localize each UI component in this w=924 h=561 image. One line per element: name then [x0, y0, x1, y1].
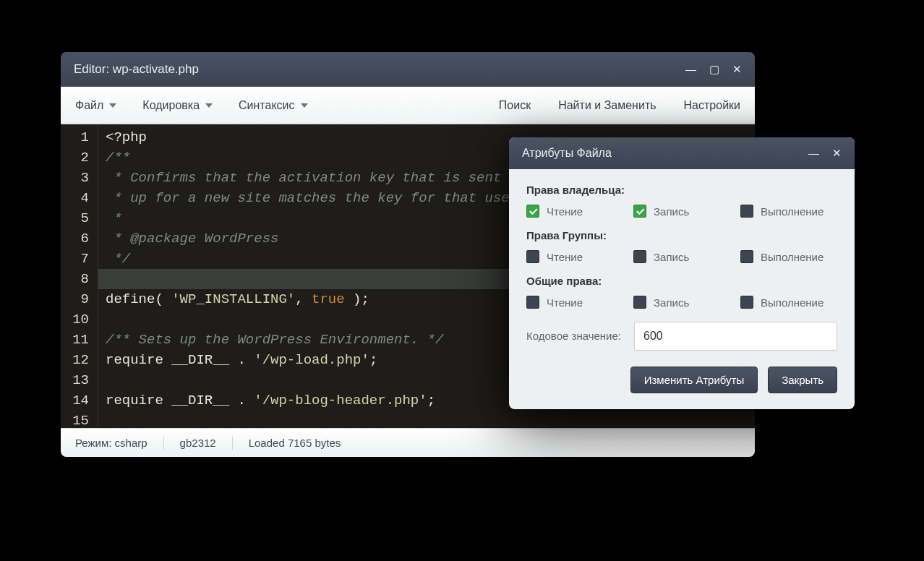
checkbox-icon: [526, 205, 539, 218]
close-icon[interactable]: ✕: [732, 63, 742, 76]
status-encoding: gb2312: [180, 437, 216, 449]
window-controls: — ▢ ✕: [685, 63, 742, 76]
line-number: 5: [67, 208, 89, 228]
menu-label: Файл: [75, 99, 103, 112]
permission-label: Выполнение: [761, 205, 824, 218]
divider: [232, 437, 233, 450]
line-number: 2: [67, 147, 89, 168]
permission-checkbox-чтение[interactable]: Чтение: [526, 296, 633, 309]
permission-checkbox-выполнение[interactable]: Выполнение: [740, 250, 847, 263]
permission-checkbox-выполнение[interactable]: Выполнение: [740, 205, 847, 218]
editor-titlebar: Editor: wp-activate.php — ▢ ✕: [61, 52, 755, 87]
permission-section-title: Общие права:: [526, 275, 837, 287]
maximize-icon[interactable]: ▢: [709, 63, 719, 76]
chevron-down-icon: [205, 103, 213, 108]
status-loaded: Loaded 7165 bytes: [249, 437, 341, 449]
menu-кодировка[interactable]: Кодировка: [142, 99, 213, 112]
permission-section: Права владельца:ЧтениеЗаписьВыполнение: [526, 184, 837, 218]
line-gutter: 123456789101112131415: [61, 124, 98, 428]
line-number: 4: [67, 188, 89, 208]
line-number: 10: [67, 309, 89, 330]
menu-label: Синтаксис: [239, 99, 295, 112]
chevron-down-icon: [109, 103, 116, 108]
chevron-down-icon: [301, 103, 308, 108]
permission-checkbox-запись[interactable]: Запись: [633, 296, 740, 309]
permission-label: Запись: [654, 251, 689, 263]
permission-section-title: Права Группы:: [526, 229, 837, 241]
checkbox-icon: [740, 205, 753, 218]
permission-label: Выполнение: [761, 251, 824, 263]
dialog-body: Права владельца:ЧтениеЗаписьВыполнениеПр…: [509, 169, 855, 409]
checkbox-icon: [740, 296, 753, 309]
permission-label: Запись: [654, 296, 689, 309]
permission-label: Чтение: [547, 251, 583, 263]
code-line[interactable]: [106, 411, 755, 428]
permission-row: ЧтениеЗаписьВыполнение: [526, 250, 837, 263]
line-number: 13: [67, 370, 89, 390]
code-value-label: Кодовое значение:: [526, 329, 621, 343]
checkbox-icon: [740, 250, 753, 263]
checkbox-icon: [633, 250, 646, 263]
permission-section: Общие права:ЧтениеЗаписьВыполнение: [526, 275, 837, 309]
editor-title: Editor: wp-activate.php: [74, 62, 685, 77]
permission-checkbox-выполнение[interactable]: Выполнение: [740, 296, 847, 309]
line-number: 3: [67, 168, 89, 188]
menu-поиск[interactable]: Поиск: [499, 99, 531, 112]
line-number: 6: [67, 228, 89, 249]
file-attributes-dialog: Атрибуты Файла — ✕ Права владельца:Чтени…: [509, 137, 855, 409]
permission-label: Выполнение: [761, 296, 824, 309]
permission-checkbox-чтение[interactable]: Чтение: [526, 250, 633, 263]
line-number: 11: [67, 330, 89, 350]
checkbox-icon: [633, 296, 646, 309]
permission-row: ЧтениеЗаписьВыполнение: [526, 205, 837, 218]
menu-файл[interactable]: Файл: [75, 99, 116, 112]
apply-attributes-button[interactable]: Изменить Атрибуты: [630, 367, 758, 393]
minimize-icon[interactable]: —: [808, 147, 819, 160]
permission-label: Чтение: [547, 296, 583, 309]
line-number: 1: [67, 127, 89, 147]
permission-checkbox-запись[interactable]: Запись: [633, 250, 740, 263]
minimize-icon[interactable]: —: [685, 63, 696, 76]
line-number: 12: [67, 350, 89, 370]
menu-label: Кодировка: [142, 99, 200, 112]
permission-checkbox-запись[interactable]: Запись: [633, 205, 740, 218]
menu-найти-и-заменить[interactable]: Найти и Заменить: [558, 99, 656, 112]
dialog-title: Атрибуты Файла: [522, 147, 808, 160]
permission-row: ЧтениеЗаписьВыполнение: [526, 296, 837, 309]
menu-настройки[interactable]: Настройки: [684, 99, 740, 112]
checkbox-icon: [526, 250, 539, 263]
line-number: 15: [67, 411, 89, 428]
code-value-row: Кодовое значение:: [526, 322, 837, 351]
editor-toolbar: ФайлКодировкаСинтаксис ПоискНайти и Заме…: [61, 87, 755, 124]
checkbox-icon: [633, 205, 646, 218]
window-controls: — ✕: [808, 147, 842, 160]
menu-синтаксис[interactable]: Синтаксис: [239, 99, 308, 112]
permission-label: Запись: [654, 205, 689, 218]
close-button[interactable]: Закрыть: [768, 367, 837, 393]
line-number: 8: [67, 269, 89, 289]
permission-label: Чтение: [547, 205, 583, 218]
status-mode: Режим: csharp: [75, 437, 147, 449]
dialog-titlebar: Атрибуты Файла — ✕: [509, 137, 855, 169]
permission-checkbox-чтение[interactable]: Чтение: [526, 205, 633, 218]
line-number: 7: [67, 249, 89, 269]
line-number: 9: [67, 289, 89, 309]
code-value-input[interactable]: [634, 322, 837, 351]
close-icon[interactable]: ✕: [832, 147, 842, 160]
permission-section: Права Группы:ЧтениеЗаписьВыполнение: [526, 229, 837, 263]
line-number: 14: [67, 390, 89, 411]
dialog-buttons: Изменить Атрибуты Закрыть: [526, 367, 837, 393]
editor-statusbar: Режим: csharp gb2312 Loaded 7165 bytes: [61, 428, 755, 457]
checkbox-icon: [526, 296, 539, 309]
permission-section-title: Права владельца:: [526, 184, 837, 196]
divider: [163, 437, 164, 450]
